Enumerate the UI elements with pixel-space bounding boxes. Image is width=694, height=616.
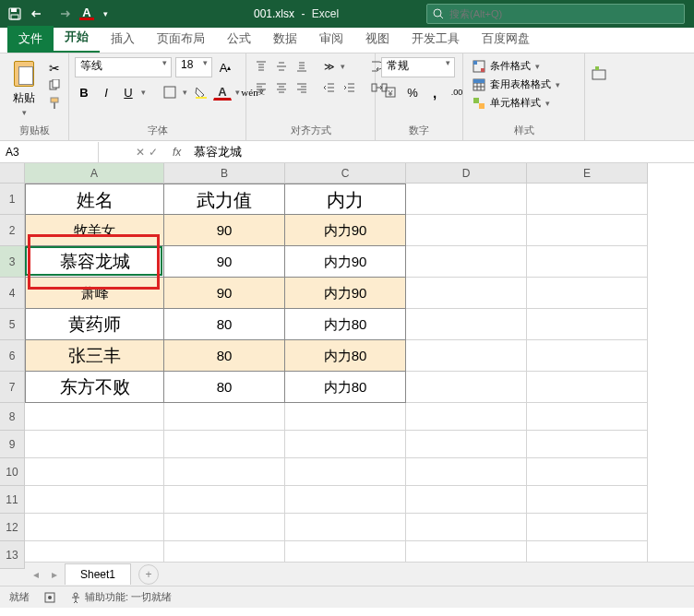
paste-button[interactable]: 粘贴 ▾ [6,57,42,119]
cell-b7[interactable]: 80 [164,372,285,403]
cell-c10[interactable] [285,458,406,486]
tab-developer[interactable]: 开发工具 [401,26,471,53]
cell-e6[interactable] [527,340,648,372]
cell-c3[interactable]: 内力90 [285,246,406,278]
row-header-9[interactable]: 9 [0,431,25,458]
align-left-icon[interactable] [252,78,270,97]
cell-a4[interactable]: 萧峰 [25,278,164,309]
conditional-format-button[interactable]: 条件格式▾ [469,57,544,75]
font-name-select[interactable]: 等线 [75,57,172,77]
cell-e13[interactable] [527,541,648,562]
cell-a7[interactable]: 东方不败 [25,372,164,403]
cell-b1[interactable]: 武力值 [164,184,285,215]
tab-page-layout[interactable]: 页面布局 [146,26,216,53]
cell-c2[interactable]: 内力90 [285,215,406,246]
cell-b2[interactable]: 90 [164,215,285,246]
increase-font-icon[interactable]: A▴ [216,58,234,77]
percent-icon[interactable]: % [403,83,422,101]
cell-e8[interactable] [527,403,648,431]
align-center-icon[interactable] [272,78,291,97]
cell-e7[interactable] [527,372,648,403]
row-header-7[interactable]: 7 [0,372,25,403]
cell-c9[interactable] [285,431,406,458]
cell-a9[interactable] [25,431,164,458]
align-top-icon[interactable] [252,57,270,76]
insert-cells-icon[interactable] [591,65,607,81]
tab-file[interactable]: 文件 [7,26,54,53]
cell-b4[interactable]: 90 [164,278,285,309]
font-color-button[interactable]: A [213,85,232,101]
cell-d8[interactable] [406,403,527,431]
cell-c5[interactable]: 内力80 [285,309,406,340]
redo-icon[interactable] [55,6,70,21]
sheet-nav-prev-icon[interactable]: ◂ [28,568,44,581]
cell-a2[interactable]: 牧羊女 [25,215,164,246]
cell-c8[interactable] [285,403,406,431]
format-painter-icon[interactable] [46,96,63,111]
accounting-icon[interactable]: ¥ [381,83,400,101]
name-box-input[interactable] [6,146,92,159]
row-header-3[interactable]: 3 [0,246,25,278]
col-header-d[interactable]: D [406,163,527,184]
sheet-nav-next-icon[interactable]: ▸ [46,568,63,581]
cell-e4[interactable] [527,278,648,309]
row-header-8[interactable]: 8 [0,403,25,431]
cell-a11[interactable] [25,486,164,514]
cell-d11[interactable] [406,486,527,514]
cell-d10[interactable] [406,458,527,486]
bold-button[interactable]: B [75,83,93,101]
cell-d13[interactable] [406,541,527,562]
underline-button[interactable]: U [119,83,138,101]
formula-bar[interactable]: 慕容龙城 [186,144,694,160]
cancel-formula-icon[interactable]: ✕ [136,146,145,159]
align-bottom-icon[interactable] [293,57,311,76]
cell-b12[interactable] [164,514,285,541]
cell-c4[interactable]: 内力90 [285,278,406,309]
macro-record-icon[interactable] [44,592,55,603]
row-header-11[interactable]: 11 [0,486,25,514]
enter-formula-icon[interactable]: ✓ [149,146,158,159]
col-header-b[interactable]: B [164,163,285,184]
cell-c11[interactable] [285,486,406,514]
cell-e9[interactable] [527,431,648,458]
cell-a8[interactable] [25,403,164,431]
cell-c6[interactable]: 内力80 [285,340,406,372]
add-sheet-button[interactable]: + [138,564,159,585]
cell-d2[interactable] [406,215,527,246]
tab-baidu[interactable]: 百度网盘 [471,26,541,53]
cell-b6[interactable]: 80 [164,340,285,372]
name-box[interactable] [0,142,99,162]
cell-a12[interactable] [25,514,164,541]
qat-dropdown-icon[interactable]: ▾ [103,9,108,18]
fx-icon[interactable]: fx [167,146,186,159]
row-header-10[interactable]: 10 [0,458,25,486]
row-header-5[interactable]: 5 [0,309,25,340]
cell-a1[interactable]: 姓名 [25,184,164,215]
cell-c12[interactable] [285,514,406,541]
copy-icon[interactable] [46,78,63,93]
cell-b13[interactable] [164,541,285,562]
cell-e10[interactable] [527,458,648,486]
row-header-6[interactable]: 6 [0,340,25,372]
select-all-corner[interactable] [0,163,25,184]
cell-d4[interactable] [406,278,527,309]
undo-icon[interactable] [31,6,46,21]
row-header-1[interactable]: 1 [0,184,25,215]
comma-icon[interactable]: , [425,83,444,101]
cell-b9[interactable] [164,431,285,458]
cell-d7[interactable] [406,372,527,403]
cell-e1[interactable] [527,184,648,215]
sheet-tab-sheet1[interactable]: Sheet1 [65,563,131,585]
cell-e3[interactable] [527,246,648,278]
tab-data[interactable]: 数据 [262,26,308,53]
cell-a3[interactable]: 慕容龙城 [25,246,164,278]
cell-a5[interactable]: 黄药师 [25,309,164,340]
row-header-4[interactable]: 4 [0,278,25,309]
cell-b11[interactable] [164,486,285,514]
accessibility-status[interactable]: 辅助功能: 一切就绪 [70,590,172,604]
col-header-e[interactable]: E [527,163,648,184]
cut-icon[interactable]: ✂ [46,61,63,76]
cell-d5[interactable] [406,309,527,340]
tab-view[interactable]: 视图 [354,26,401,53]
tab-insert[interactable]: 插入 [100,26,146,53]
